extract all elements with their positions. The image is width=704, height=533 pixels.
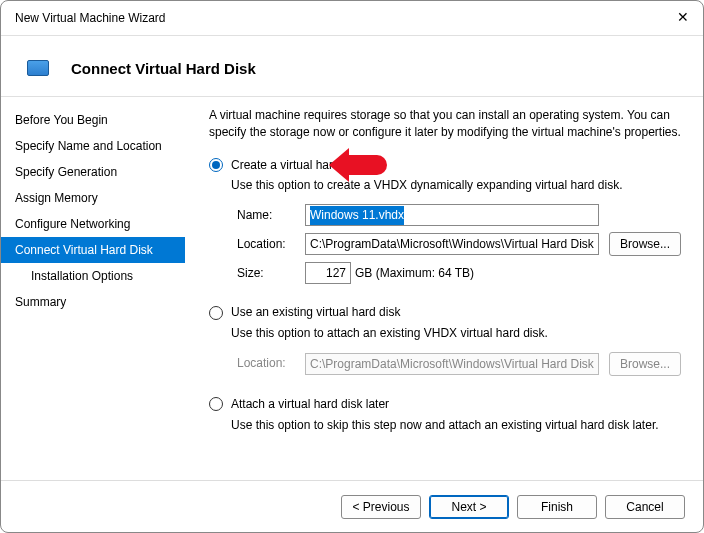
location-label: Location: xyxy=(237,236,305,253)
radio-attach-later[interactable] xyxy=(209,397,223,411)
wizard-footer: < Previous Next > Finish Cancel xyxy=(1,480,703,532)
size-input[interactable] xyxy=(305,262,351,284)
page-title: Connect Virtual Hard Disk xyxy=(71,60,256,77)
existing-location-label: Location: xyxy=(237,355,305,372)
location-input[interactable] xyxy=(305,233,599,255)
radio-use-existing-label: Use an existing virtual hard disk xyxy=(231,304,400,321)
sidebar-item-connect-vhd[interactable]: Connect Virtual Hard Disk xyxy=(1,237,185,263)
page-header: Connect Virtual Hard Disk xyxy=(1,40,703,96)
sidebar-item-before-you-begin[interactable]: Before You Begin xyxy=(1,107,185,133)
vm-icon xyxy=(27,60,49,76)
sidebar-item-specify-generation[interactable]: Specify Generation xyxy=(1,159,185,185)
close-icon[interactable]: ✕ xyxy=(677,9,689,25)
size-label: Size: xyxy=(237,265,305,282)
attach-later-desc: Use this option to skip this step now an… xyxy=(231,417,681,434)
radio-create-vhd-label: Create a virtual hard disk xyxy=(231,157,364,174)
size-unit: GB (Maximum: 64 TB) xyxy=(355,265,474,282)
existing-location-input xyxy=(305,353,599,375)
sidebar-item-installation-options[interactable]: Installation Options xyxy=(1,263,185,289)
wizard-steps-sidebar: Before You Begin Specify Name and Locati… xyxy=(1,97,185,457)
previous-button[interactable]: < Previous xyxy=(341,495,421,519)
radio-create-vhd[interactable] xyxy=(209,158,223,172)
title-bar: New Virtual Machine Wizard ✕ xyxy=(1,1,703,35)
name-input[interactable]: Windows 11.vhdx xyxy=(305,204,599,226)
use-existing-desc: Use this option to attach an existing VH… xyxy=(231,325,681,342)
content-pane: A virtual machine requires storage so th… xyxy=(185,97,703,457)
create-vhd-desc: Use this option to create a VHDX dynamic… xyxy=(231,177,681,194)
window-title: New Virtual Machine Wizard xyxy=(15,11,166,25)
radio-use-existing-vhd[interactable] xyxy=(209,306,223,320)
sidebar-item-assign-memory[interactable]: Assign Memory xyxy=(1,185,185,211)
finish-button[interactable]: Finish xyxy=(517,495,597,519)
cancel-button[interactable]: Cancel xyxy=(605,495,685,519)
sidebar-item-configure-networking[interactable]: Configure Networking xyxy=(1,211,185,237)
sidebar-item-specify-name[interactable]: Specify Name and Location xyxy=(1,133,185,159)
existing-browse-button: Browse... xyxy=(609,352,681,376)
intro-text: A virtual machine requires storage so th… xyxy=(209,107,681,141)
next-button[interactable]: Next > xyxy=(429,495,509,519)
sidebar-item-summary[interactable]: Summary xyxy=(1,289,185,315)
divider xyxy=(1,35,703,36)
name-label: Name: xyxy=(237,207,305,224)
browse-button[interactable]: Browse... xyxy=(609,232,681,256)
radio-attach-later-label: Attach a virtual hard disk later xyxy=(231,396,389,413)
